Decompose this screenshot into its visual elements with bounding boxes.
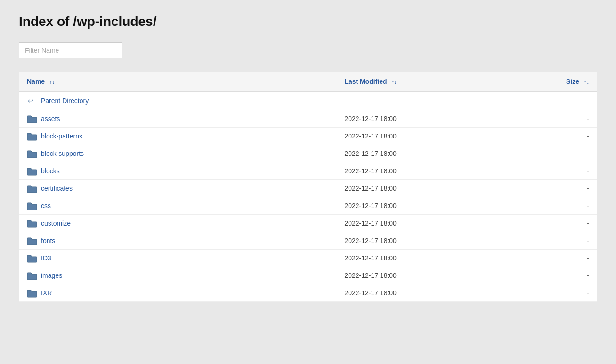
table-row: assets2022-12-17 18:00- <box>19 110 597 128</box>
folder-icon <box>27 219 36 227</box>
folder-icon <box>27 115 36 122</box>
table-row: ↩ Parent Directory <box>19 91 597 110</box>
cell-last-modified: 2022-12-17 18:00 <box>337 284 481 302</box>
cell-last-modified <box>337 91 481 110</box>
table-row: css2022-12-17 18:00- <box>19 197 597 215</box>
folder-icon <box>27 132 36 140</box>
table-row: IXR2022-12-17 18:00- <box>19 284 597 302</box>
cell-name: customize <box>19 215 337 232</box>
folder-link[interactable]: css <box>41 202 51 210</box>
table-row: customize2022-12-17 18:00- <box>19 215 597 232</box>
folder-icon <box>27 202 36 210</box>
page-title: Index of /wp-includes/ <box>19 14 597 29</box>
cell-size: - <box>481 197 597 215</box>
filter-input[interactable] <box>19 42 122 58</box>
cell-name: IXR <box>19 284 337 302</box>
cell-last-modified: 2022-12-17 18:00 <box>337 232 481 250</box>
folder-link[interactable]: certificates <box>41 185 73 192</box>
cell-last-modified: 2022-12-17 18:00 <box>337 145 481 162</box>
cell-last-modified: 2022-12-17 18:00 <box>337 180 481 197</box>
table-row: block-patterns2022-12-17 18:00- <box>19 128 597 145</box>
folder-link[interactable]: block-supports <box>41 150 84 157</box>
folder-icon <box>27 167 36 175</box>
folder-icon <box>27 237 36 244</box>
folder-link[interactable]: IXR <box>41 289 52 297</box>
cell-size: - <box>481 284 597 302</box>
column-header-size[interactable]: Size ↑↓ <box>481 72 597 92</box>
cell-name: images <box>19 267 337 284</box>
cell-name: fonts <box>19 232 337 250</box>
sort-icon-size: ↑↓ <box>584 79 589 85</box>
cell-last-modified: 2022-12-17 18:00 <box>337 128 481 145</box>
table-row: ID32022-12-17 18:00- <box>19 250 597 267</box>
folder-link[interactable]: blocks <box>41 167 60 175</box>
table-header-row: Name ↑↓ Last Modified ↑↓ Size ↑↓ <box>19 72 597 92</box>
table-row: blocks2022-12-17 18:00- <box>19 162 597 180</box>
column-header-name[interactable]: Name ↑↓ <box>19 72 337 92</box>
cell-name: block-patterns <box>19 128 337 145</box>
cell-name: ↩ Parent Directory <box>19 91 337 110</box>
cell-size: - <box>481 250 597 267</box>
folder-link[interactable]: images <box>41 272 62 279</box>
cell-size: - <box>481 162 597 180</box>
folder-link[interactable]: block-patterns <box>41 132 82 140</box>
cell-name: block-supports <box>19 145 337 162</box>
table-row: certificates2022-12-17 18:00- <box>19 180 597 197</box>
parent-directory-icon: ↩ <box>27 97 36 105</box>
cell-size: - <box>481 180 597 197</box>
folder-icon <box>27 272 36 279</box>
cell-size: - <box>481 215 597 232</box>
cell-last-modified: 2022-12-17 18:00 <box>337 250 481 267</box>
cell-last-modified: 2022-12-17 18:00 <box>337 197 481 215</box>
folder-icon <box>27 150 36 157</box>
cell-last-modified: 2022-12-17 18:00 <box>337 110 481 128</box>
cell-last-modified: 2022-12-17 18:00 <box>337 215 481 232</box>
cell-name: assets <box>19 110 337 128</box>
cell-size: - <box>481 232 597 250</box>
file-table: Name ↑↓ Last Modified ↑↓ Size ↑↓ ↩ Paren… <box>19 72 597 302</box>
cell-size: - <box>481 267 597 284</box>
cell-name: ID3 <box>19 250 337 267</box>
table-row: fonts2022-12-17 18:00- <box>19 232 597 250</box>
cell-size: - <box>481 145 597 162</box>
cell-size <box>481 91 597 110</box>
table-row: images2022-12-17 18:00- <box>19 267 597 284</box>
folder-icon <box>27 289 36 297</box>
sort-icon-modified: ↑↓ <box>391 79 397 85</box>
folder-link[interactable]: ID3 <box>41 254 51 262</box>
column-header-last-modified[interactable]: Last Modified ↑↓ <box>337 72 481 92</box>
cell-last-modified: 2022-12-17 18:00 <box>337 267 481 284</box>
table-row: block-supports2022-12-17 18:00- <box>19 145 597 162</box>
cell-name: certificates <box>19 180 337 197</box>
cell-name: blocks <box>19 162 337 180</box>
cell-size: - <box>481 110 597 128</box>
sort-icon-name: ↑↓ <box>49 79 55 85</box>
svg-text:↩: ↩ <box>28 97 33 105</box>
folder-icon <box>27 254 36 262</box>
folder-link[interactable]: fonts <box>41 237 55 244</box>
cell-name: css <box>19 197 337 215</box>
folder-link[interactable]: customize <box>41 219 71 227</box>
cell-last-modified: 2022-12-17 18:00 <box>337 162 481 180</box>
folder-icon <box>27 185 36 192</box>
parent-directory-link[interactable]: Parent Directory <box>41 97 89 105</box>
folder-link[interactable]: assets <box>41 115 60 122</box>
cell-size: - <box>481 128 597 145</box>
